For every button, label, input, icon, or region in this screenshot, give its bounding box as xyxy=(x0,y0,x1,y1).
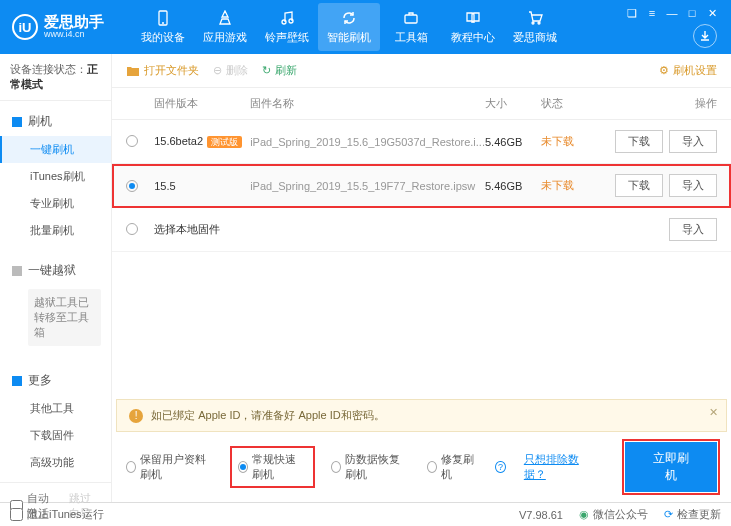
th-size: 大小 xyxy=(485,96,541,111)
th-status: 状态 xyxy=(541,96,597,111)
apps-icon xyxy=(216,9,234,27)
svg-point-2 xyxy=(282,20,286,24)
row-radio[interactable] xyxy=(126,180,138,192)
local-firmware-row[interactable]: 选择本地固件 导入 xyxy=(112,208,731,252)
import-button[interactable]: 导入 xyxy=(669,130,717,153)
sidebar-head-jailbreak[interactable]: 一键越狱 xyxy=(0,256,111,285)
nav-ringtones[interactable]: 铃声壁纸 xyxy=(256,3,318,51)
firmware-status: 未下载 xyxy=(541,134,597,149)
refresh-icon: ↻ xyxy=(262,64,271,77)
delete-button[interactable]: ⊖删除 xyxy=(213,63,248,78)
opt-keep-data[interactable]: 保留用户资料刷机 xyxy=(126,452,214,482)
firmware-row[interactable]: 15.5 iPad_Spring_2019_15.5_19F77_Restore… xyxy=(112,164,731,208)
titlebar: iU 爱思助手 www.i4.cn 我的设备 应用游戏 铃声壁纸 智能刷机 工具… xyxy=(0,0,731,54)
nav-my-device[interactable]: 我的设备 xyxy=(132,3,194,51)
opt-normal[interactable]: 常规快速刷机 xyxy=(232,448,313,486)
square-icon xyxy=(12,117,22,127)
beta-badge: 测试版 xyxy=(207,136,242,148)
jailbreak-note: 越狱工具已转移至工具箱 xyxy=(28,289,101,346)
firmware-name: iPad_Spring_2019_15.5_19F77_Restore.ipsw xyxy=(250,180,485,192)
opt-recovery[interactable]: 防数据恢复刷机 xyxy=(331,452,409,482)
th-ops: 操作 xyxy=(597,96,717,111)
app-logo: iU xyxy=(12,14,38,40)
firmware-name: iPad_Spring_2019_15.6_19G5037d_Restore.i… xyxy=(250,136,485,148)
firmware-size: 5.46GB xyxy=(485,136,541,148)
sidebar-head-more[interactable]: 更多 xyxy=(0,366,111,395)
cart-icon xyxy=(526,9,544,27)
sidebar-item-pro[interactable]: 专业刷机 xyxy=(0,190,111,217)
flash-now-button[interactable]: 立即刷机 xyxy=(625,442,717,492)
download-button[interactable]: 下载 xyxy=(615,130,663,153)
nav-toolbox[interactable]: 工具箱 xyxy=(380,3,442,51)
connection-status: 设备连接状态：正常模式 xyxy=(0,54,111,101)
square-icon xyxy=(12,266,22,276)
nav-mall[interactable]: 爱思商城 xyxy=(504,3,566,51)
flash-settings-button[interactable]: ⚙刷机设置 xyxy=(659,63,717,78)
refresh-button[interactable]: ↻刷新 xyxy=(262,63,297,78)
wechat-link[interactable]: ◉微信公众号 xyxy=(579,507,648,522)
sidebar-item-other-tools[interactable]: 其他工具 xyxy=(0,395,111,422)
window-controls: ❏ ≡ — □ ✕ xyxy=(625,6,719,20)
brand-url: www.i4.cn xyxy=(44,30,104,40)
top-nav: 我的设备 应用游戏 铃声壁纸 智能刷机 工具箱 教程中心 爱思商城 xyxy=(132,3,566,51)
sidebar-item-itunes[interactable]: iTunes刷机 xyxy=(0,163,111,190)
open-folder-button[interactable]: 打开文件夹 xyxy=(126,63,199,78)
wechat-icon: ◉ xyxy=(579,508,589,521)
sidebar-head-flash[interactable]: 刷机 xyxy=(0,107,111,136)
main-panel: 打开文件夹 ⊖删除 ↻刷新 ⚙刷机设置 固件版本 固件名称 大小 状态 操作 1… xyxy=(112,54,731,502)
toolbox-icon xyxy=(402,9,420,27)
nav-apps[interactable]: 应用游戏 xyxy=(194,3,256,51)
music-icon xyxy=(278,9,296,27)
warning-icon: ! xyxy=(129,409,143,423)
check-update-link[interactable]: ⟳检查更新 xyxy=(664,507,721,522)
info-icon[interactable]: ? xyxy=(495,461,505,473)
th-version: 固件版本 xyxy=(154,96,250,111)
nav-flash[interactable]: 智能刷机 xyxy=(318,3,380,51)
th-name: 固件名称 xyxy=(250,96,485,111)
refresh-icon xyxy=(340,9,358,27)
import-button[interactable]: 导入 xyxy=(669,218,717,241)
row-radio[interactable] xyxy=(126,135,138,147)
sidebar: 设备连接状态：正常模式 刷机 一键刷机 iTunes刷机 专业刷机 批量刷机 一… xyxy=(0,54,112,502)
sidebar-item-advanced[interactable]: 高级功能 xyxy=(0,449,111,476)
brand-block: 爱思助手 www.i4.cn xyxy=(44,14,104,40)
delete-icon: ⊖ xyxy=(213,64,222,77)
feedback-icon[interactable]: ❏ xyxy=(625,6,639,20)
svg-point-3 xyxy=(289,19,293,23)
folder-icon xyxy=(126,64,140,78)
row-radio[interactable] xyxy=(126,223,138,235)
appleid-warning: ! 如已绑定 Apple ID，请准备好 Apple ID和密码。 ✕ xyxy=(116,399,727,432)
sidebar-item-download-fw[interactable]: 下载固件 xyxy=(0,422,111,449)
firmware-status: 未下载 xyxy=(541,178,597,193)
flash-options: 保留用户资料刷机 常规快速刷机 防数据恢复刷机 修复刷机 ? 只想排除数据？ 立… xyxy=(112,432,731,502)
exclude-data-link[interactable]: 只想排除数据？ xyxy=(524,452,589,482)
nav-tutorials[interactable]: 教程中心 xyxy=(442,3,504,51)
opt-repair[interactable]: 修复刷机 xyxy=(427,452,477,482)
svg-rect-4 xyxy=(405,15,417,23)
square-icon xyxy=(12,376,22,386)
sidebar-item-oneclick[interactable]: 一键刷机 xyxy=(0,136,111,163)
version-label: V7.98.61 xyxy=(519,509,563,521)
close-warning-icon[interactable]: ✕ xyxy=(709,406,718,419)
phone-icon xyxy=(154,9,172,27)
block-itunes-checkbox[interactable]: 阻止iTunes运行 xyxy=(10,507,104,522)
import-button[interactable]: 导入 xyxy=(669,174,717,197)
brand-name: 爱思助手 xyxy=(44,14,104,31)
minimize-icon[interactable]: — xyxy=(665,6,679,20)
maximize-icon[interactable]: □ xyxy=(685,6,699,20)
book-icon xyxy=(464,9,482,27)
firmware-row[interactable]: 15.6beta2测试版 iPad_Spring_2019_15.6_19G50… xyxy=(112,120,731,164)
svg-point-5 xyxy=(532,22,534,24)
svg-point-6 xyxy=(538,22,540,24)
gear-icon: ⚙ xyxy=(659,64,669,77)
table-header: 固件版本 固件名称 大小 状态 操作 xyxy=(112,88,731,120)
menu-icon[interactable]: ≡ xyxy=(645,6,659,20)
firmware-size: 5.46GB xyxy=(485,180,541,192)
download-button[interactable]: 下载 xyxy=(615,174,663,197)
sidebar-item-batch[interactable]: 批量刷机 xyxy=(0,217,111,244)
close-icon[interactable]: ✕ xyxy=(705,6,719,20)
toolbar: 打开文件夹 ⊖删除 ↻刷新 ⚙刷机设置 xyxy=(112,54,731,88)
update-icon: ⟳ xyxy=(664,508,673,521)
download-manager-icon[interactable] xyxy=(693,24,717,48)
